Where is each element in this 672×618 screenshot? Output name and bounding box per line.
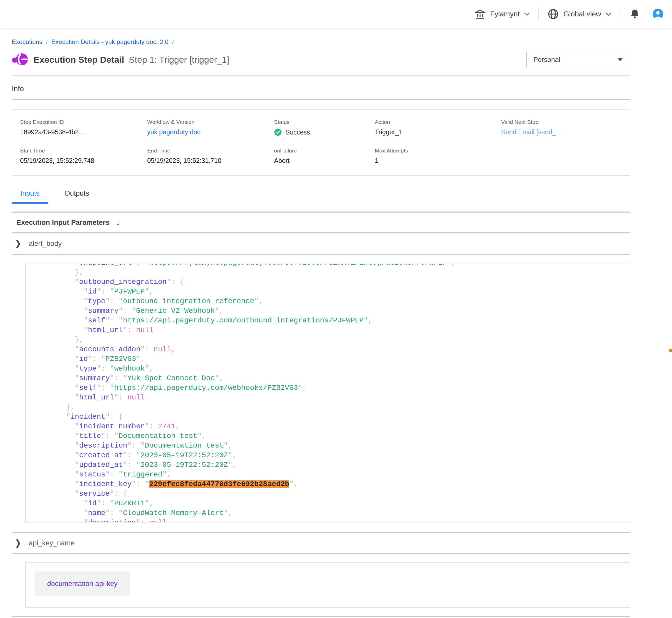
field-label: Workflow & Version	[147, 119, 274, 125]
scope-selected-value: Personal	[533, 56, 560, 64]
breadcrumb-link-execution-details[interactable]: Execution Details - yuk pagerduty doc: 2…	[51, 38, 169, 45]
chevron-down-icon	[524, 10, 530, 18]
scope-select[interactable]: Personal	[526, 52, 630, 68]
topbar: Fylamynt Global view	[0, 0, 672, 28]
field-label: Start Time	[20, 147, 147, 154]
breadcrumb: Executions / Execution Details - yuk pag…	[12, 38, 630, 45]
info-section-heading: Info	[12, 85, 630, 93]
user-avatar[interactable]	[652, 8, 664, 20]
step-info-card: Step Execution ID 18992a43-9538-4b2… Wor…	[12, 109, 630, 176]
field-status: Status Success	[274, 119, 375, 136]
io-tabs: Inputs Outputs	[12, 189, 630, 203]
alert-body-json-viewer[interactable]: "endpoint_url": "https://fylamynt.pagerd…	[25, 264, 630, 522]
field-value: 1	[375, 157, 501, 165]
org-label: Fylamynt	[490, 10, 520, 18]
field-valid-next-step: Valid Next Step Send Email [send_…	[501, 119, 622, 136]
next-step-link[interactable]: Send Email [send_…	[501, 128, 622, 136]
chevron-right-icon: ❯	[15, 239, 21, 248]
api-key-name-value-box: documentation api key	[25, 562, 630, 608]
page-subtitle: Step 1: Trigger [trigger_1]	[129, 55, 230, 65]
field-action: Action Trigger_1	[375, 119, 501, 136]
param-name: api_key_name	[29, 539, 75, 547]
info-divider	[12, 99, 630, 100]
field-max-attempts: Max Attempts 1	[375, 147, 501, 165]
execution-input-parameters-header: Execution Input Parameters ↓	[12, 213, 630, 232]
notifications-bell-icon[interactable]	[629, 8, 641, 20]
main-content: Executions / Execution Details - yuk pag…	[0, 38, 672, 618]
topbar-divider	[620, 7, 620, 21]
page-header: Execution Step Detail Step 1: Trigger [t…	[12, 52, 630, 68]
scrollbar-match-marker	[669, 349, 672, 352]
workflow-link[interactable]: yuk pagerduty doc	[147, 128, 274, 136]
field-value: 05/19/2023, 15:52:31.710	[147, 157, 274, 165]
param-row-api-key-value[interactable]: ❯ api_key_value	[12, 617, 630, 618]
field-start-time: Start Time 05/19/2023, 15:52:29.748	[20, 147, 147, 165]
field-label: Step Execution ID	[20, 119, 147, 125]
view-selector[interactable]: Global view	[547, 8, 611, 20]
api-key-name-chip: documentation api key	[35, 572, 130, 596]
section-divider	[12, 254, 630, 255]
tab-outputs[interactable]: Outputs	[56, 189, 98, 203]
header-divider	[12, 75, 630, 76]
field-end-time: End Time 05/19/2023, 15:52:31.710	[147, 147, 274, 165]
workflow-branch-icon	[12, 53, 28, 66]
field-label: Action	[375, 119, 501, 125]
param-row-api-key-name[interactable]: ❯ api_key_name	[12, 533, 630, 553]
field-workflow-version: Workflow & Version yuk pagerduty doc	[147, 119, 274, 136]
param-name: alert_body	[29, 240, 62, 248]
view-label: Global view	[563, 10, 601, 18]
field-value: 05/19/2023, 15:52:29.748	[20, 157, 147, 165]
chevron-right-icon: ❯	[15, 538, 21, 548]
status-badge: Success	[274, 128, 375, 136]
field-label: Max Attempts	[375, 147, 501, 154]
section-divider	[12, 553, 630, 554]
chevron-down-icon	[605, 10, 611, 18]
params-title: Execution Input Parameters	[16, 219, 109, 227]
field-value: Abort	[274, 157, 375, 165]
page-title: Execution Step Detail	[33, 55, 124, 65]
field-value: Trigger_1	[375, 128, 501, 136]
breadcrumb-link-executions[interactable]: Executions	[12, 38, 42, 45]
field-step-execution-id: Step Execution ID 18992a43-9538-4b2…	[20, 119, 147, 136]
success-icon	[274, 128, 282, 136]
breadcrumb-separator: /	[172, 38, 174, 45]
field-label: Valid Next Step	[501, 119, 622, 125]
caret-down-icon	[617, 58, 623, 62]
globe-icon	[547, 8, 559, 20]
status-text: Success	[285, 128, 310, 136]
field-on-failure: onFailure Abort	[274, 147, 375, 165]
param-row-alert-body[interactable]: ❯ alert_body	[12, 233, 630, 254]
org-selector[interactable]: Fylamynt	[474, 8, 530, 20]
code-pre: "endpoint_url": "https://fylamynt.pagerd…	[26, 264, 630, 522]
tab-inputs[interactable]: Inputs	[12, 189, 48, 204]
field-label: onFailure	[274, 147, 375, 154]
topbar-divider	[538, 7, 539, 21]
field-label: End Time	[147, 147, 274, 154]
field-label: Status	[274, 119, 375, 125]
breadcrumb-separator: /	[46, 38, 48, 45]
download-icon[interactable]: ↓	[116, 218, 120, 227]
field-value: 18992a43-9538-4b2…	[20, 128, 147, 136]
bank-icon	[474, 8, 486, 20]
